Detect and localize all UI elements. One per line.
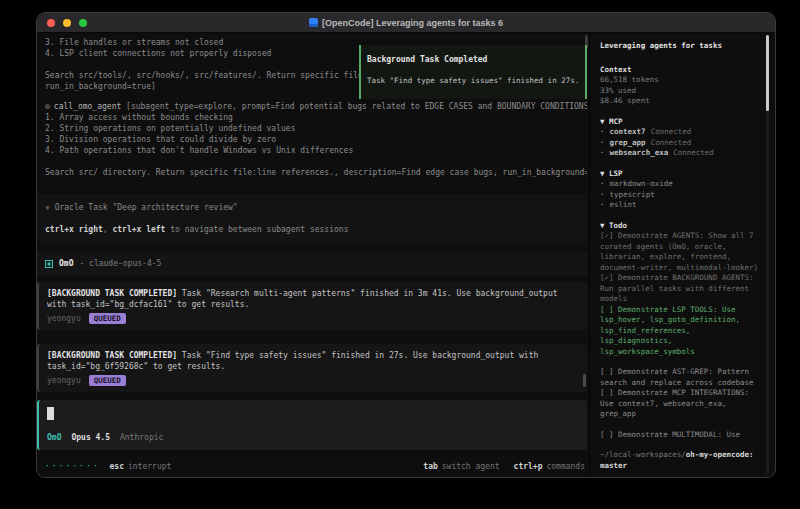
bullet-icon: · (600, 138, 605, 149)
lsp-section: ▼ LSP ·markdown-oxide ·typescript ·eslin… (600, 169, 761, 211)
task-completed-toast[interactable]: Background Task Completed Task "Find typ… (359, 45, 587, 99)
app-window: [OpenCode] Leveraging agents for tasks 6… (36, 12, 776, 478)
git-branch: master (600, 461, 761, 472)
lsp-heading[interactable]: ▼ LSP (600, 169, 761, 180)
terminal-app-icon (309, 18, 318, 27)
message-title: [BACKGROUND TASK COMPLETED] (47, 289, 177, 298)
bullet-icon: · (600, 190, 605, 201)
esc-key-label: interrupt (128, 461, 171, 472)
terminal-line (45, 156, 587, 167)
shortcut-key: ctrl+x left (112, 225, 165, 234)
agent-header-card[interactable]: OmO - claude-opus-4-5 (37, 251, 587, 276)
active-agent-label: OmO (47, 432, 61, 443)
tab-key-hint: tab (423, 461, 437, 472)
terminal-line: 1. Array access without bounds checking (45, 112, 587, 123)
status-badge: QUEUED (89, 313, 126, 324)
ctrlp-key-hint: ctrl+p (514, 461, 543, 472)
tool-args: [subagent_type=explore, prompt=Find pote… (121, 102, 587, 111)
context-heading: Context (600, 65, 761, 76)
subagent-nav-hint: ctrl+x right, ctrl+x left to navigate be… (45, 224, 579, 235)
status-badge: QUEUED (89, 375, 126, 386)
context-section: Context 66,518 tokens 33% used $8.46 spe… (600, 65, 761, 107)
todo-heading[interactable]: ▼ Todo (600, 221, 761, 232)
bullet-icon: · (600, 200, 605, 211)
mcp-item: ·context7Connected (600, 127, 761, 138)
workspace-repo: oh-my-opencode: (686, 450, 754, 459)
terminal-pane[interactable]: 3. File handles or streams not closed 4.… (37, 33, 589, 478)
chevron-down-icon: ▼ (600, 117, 605, 126)
provider-label: Anthropic (120, 432, 163, 443)
shortcut-key: ctrl+x right (45, 225, 103, 234)
agent-name: OmO (59, 258, 73, 269)
bullet-icon: · (600, 148, 605, 159)
esc-key-hint: esc (110, 461, 124, 472)
message-author: yeongyu (47, 375, 81, 386)
todo-item-active: [ ] Demonstrate LSP TOOLS: Use lsp_hover… (600, 305, 761, 358)
tool-call-block: ⚙call_omo_agent [subagent_type=explore, … (45, 101, 587, 178)
ctrlp-key-label: commands (546, 461, 585, 472)
progress-dots: ········ (45, 461, 100, 472)
prompt-input[interactable]: OmO Opus 4.5 Anthropic (37, 400, 587, 450)
mcp-item: ·websearch_exaConnected (600, 148, 761, 159)
chevron-down-icon: ▼ (600, 169, 605, 178)
text-cursor (47, 407, 54, 420)
active-model-label: Opus 4.5 (71, 432, 110, 443)
agent-icon (45, 260, 53, 268)
tool-call-header: ⚙call_omo_agent [subagent_type=explore, … (45, 101, 587, 112)
message-scrollbar-thumb[interactable] (583, 374, 586, 387)
status-bar: ········ esc interrupt tab switch agent … (45, 460, 585, 472)
background-task-message[interactable]: [BACKGROUND TASK COMPLETED] Task "Resear… (37, 282, 587, 330)
terminal-line: 4. Path operations that don't handle Win… (45, 145, 587, 156)
todo-item: [ ] Demonstrate MCP INTEGRATIONS: Use co… (600, 388, 761, 420)
message-title: [BACKGROUND TASK COMPLETED] (47, 351, 177, 360)
tool-name: call_omo_agent (54, 102, 121, 111)
window-title: [OpenCode] Leveraging agents for tasks 6 (37, 18, 775, 28)
agent-model: - claude-opus-4-5 (79, 258, 161, 269)
title-bar[interactable]: [OpenCode] Leveraging agents for tasks 6 (37, 13, 775, 33)
todo-item: [ ] Demonstrate AST-GREP: Pattern search… (600, 367, 761, 388)
context-used: 33% used (600, 86, 761, 97)
toast-body: Task "Find type safety issues" finished … (367, 75, 579, 86)
lsp-item: ·eslint (600, 200, 761, 211)
todo-section: ▼ Todo [✓] Demonstrate AGENTS: Show all … (600, 221, 761, 441)
mcp-heading[interactable]: ▼ MCP (600, 117, 761, 128)
terminal-line: Search src/ directory. Return specific f… (45, 167, 587, 178)
sidebar-scrollbar-thumb[interactable] (766, 35, 769, 111)
context-tokens: 66,518 tokens (600, 75, 761, 86)
lsp-item: ·typescript (600, 190, 761, 201)
bullet-icon: · (600, 179, 605, 190)
mcp-section: ▼ MCP ·context7Connected ·grep_appConnec… (600, 117, 761, 159)
message-author: yeongyu (47, 313, 81, 324)
context-spent: $8.46 spent (600, 96, 761, 107)
oracle-task-card[interactable]: ✳ Oracle Task "Deep architecture review"… (37, 194, 587, 243)
tab-key-label: switch agent (442, 461, 500, 472)
gear-icon: ⚙ (45, 102, 50, 111)
chevron-down-icon: ▼ (600, 221, 605, 230)
terminal-line: 3. Division operations that could divide… (45, 134, 587, 145)
todo-item: [✓] Demonstrate AGENTS: Show all 7 curat… (600, 231, 761, 273)
todo-item: [ ] Demonstrate MULTIMODAL: Use (600, 430, 761, 441)
workspace-dir: ~/local-workspaces/ (600, 450, 686, 459)
terminal-line: 2. String operations on potentially unde… (45, 123, 587, 134)
workspace-path: ~/local-workspaces/oh-my-opencode: maste… (600, 450, 761, 471)
toast-title: Background Task Completed (367, 54, 579, 65)
todo-item: [✓] Demonstrate BACKGROUND AGENTS: Run p… (600, 273, 761, 305)
oracle-task-title: ✳ Oracle Task "Deep architecture review" (45, 202, 579, 213)
sidebar[interactable]: Leveraging agents for tasks Context 66,5… (589, 33, 775, 478)
background-task-message[interactable]: [BACKGROUND TASK COMPLETED] Task "Find t… (37, 344, 587, 392)
mcp-item: ·grep_appConnected (600, 138, 761, 149)
session-title: Leveraging agents for tasks (600, 41, 761, 52)
window-title-text: [OpenCode] Leveraging agents for tasks 6 (322, 18, 503, 28)
lsp-item: ·markdown-oxide (600, 179, 761, 190)
bullet-icon: · (600, 127, 605, 138)
